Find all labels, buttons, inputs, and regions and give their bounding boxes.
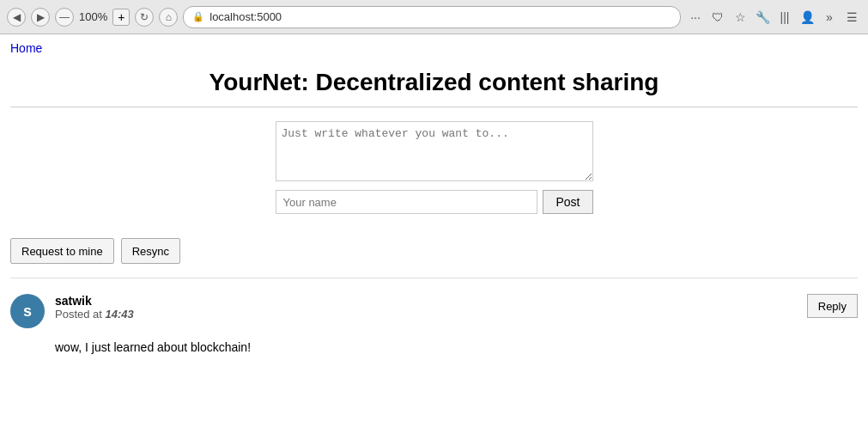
form-row: Post (276, 190, 593, 214)
post-meta: satwik Posted at 14:43 (55, 294, 134, 321)
browser-chrome: ◀ ▶ — 100% + ↻ ⌂ 🔒 localhost:5000 ··· 🛡 … (0, 0, 868, 34)
poster-name: satwik (55, 294, 134, 308)
tools-button[interactable]: 🔧 (753, 8, 772, 27)
reload-button[interactable]: ↻ (135, 8, 154, 27)
profile-button[interactable]: 👤 (798, 8, 816, 27)
zoom-plus-button[interactable]: + (112, 9, 130, 26)
lock-icon: 🔒 (192, 11, 204, 22)
address-bar[interactable]: 🔒 localhost:5000 (183, 6, 681, 28)
post-item: s satwik Posted at 14:43 Reply (10, 289, 858, 333)
url-text: localhost:5000 (209, 10, 282, 23)
bookmark-button[interactable]: ☆ (731, 8, 750, 27)
extend-button[interactable]: » (820, 8, 839, 27)
post-content: wow, I just learned about blockchain! (10, 333, 858, 354)
post-button[interactable]: Post (543, 190, 592, 214)
pocket-button[interactable]: 🛡 (708, 8, 727, 27)
page-title: YourNet: Decentralized content sharing (10, 55, 858, 107)
avatar: s (10, 294, 45, 328)
home-link[interactable]: Home (10, 41, 42, 55)
name-input[interactable] (276, 190, 538, 214)
zoom-level: 100% (79, 10, 107, 23)
more-button[interactable]: ··· (686, 8, 705, 27)
action-buttons: Request to mine Resync (10, 231, 858, 264)
post-time: Posted at 14:43 (55, 308, 134, 321)
forward-button[interactable]: ▶ (31, 8, 50, 27)
reply-button[interactable]: Reply (807, 294, 858, 318)
content-textarea[interactable] (276, 121, 593, 181)
home-nav-button[interactable]: ⌂ (159, 8, 178, 27)
page-content: Home YourNet: Decentralized content shar… (0, 34, 868, 361)
posts-section: s satwik Posted at 14:43 Reply wow, I ju… (10, 278, 858, 354)
menu-button[interactable]: ☰ (842, 8, 861, 27)
minimize-button[interactable]: — (55, 8, 74, 27)
title-divider (10, 107, 858, 107)
browser-actions: ··· 🛡 ☆ 🔧 ||| 👤 » ☰ (686, 8, 861, 27)
request-to-mine-button[interactable]: Request to mine (10, 238, 114, 264)
history-button[interactable]: ||| (775, 8, 794, 27)
post-timestamp: 14:43 (106, 308, 134, 321)
zoom-area: 100% (79, 10, 107, 23)
post-form: Post (10, 121, 858, 214)
resync-button[interactable]: Resync (121, 238, 180, 264)
back-button[interactable]: ◀ (7, 8, 26, 27)
